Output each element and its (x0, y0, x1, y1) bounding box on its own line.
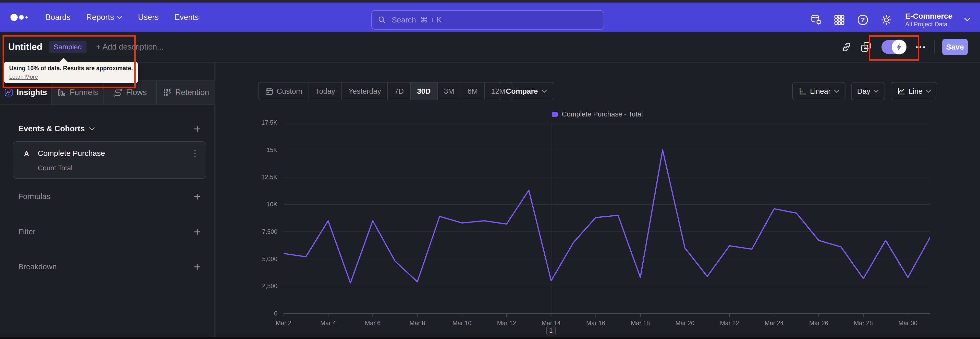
event-metric[interactable]: Count Total (38, 164, 73, 172)
legend-item-complete-purchase[interactable]: Complete Purchase - Total (552, 110, 643, 118)
insights-icon (4, 88, 13, 97)
global-search[interactable] (371, 10, 604, 30)
duplicate-icon[interactable] (860, 41, 872, 53)
sampling-tooltip: Using 10% of data. Results are approxima… (4, 62, 138, 83)
tab-label: Insights (17, 88, 47, 97)
add-description-field[interactable]: + Add description... (96, 42, 164, 51)
tab-flows[interactable]: Flows (104, 80, 157, 104)
workspace-scope: All Project Data (905, 21, 953, 28)
retention-icon (162, 88, 172, 97)
line-chart-svg (283, 123, 930, 317)
chart-type-dropdown[interactable]: Line (891, 82, 937, 101)
event-name[interactable]: Complete Purchase (38, 149, 105, 158)
more-options-button[interactable]: ••• (916, 43, 926, 51)
add-formulas-button[interactable]: + (194, 191, 200, 201)
x-tick-label: Mar 12 (486, 320, 527, 327)
chevron-down-icon (117, 16, 122, 19)
legend-swatch (552, 112, 558, 117)
tab-retention[interactable]: Retention (157, 80, 215, 104)
chevron-down-icon (542, 90, 547, 93)
data-management-icon[interactable] (810, 14, 822, 26)
titlebar-actions: ••• Save (841, 32, 968, 62)
report-type-tabs: InsightsFunnelsFlowsRetention (0, 80, 215, 105)
section-breakdown: Breakdown + (18, 261, 200, 273)
x-tick-label: Mar 28 (843, 320, 884, 327)
granularity-dropdown[interactable]: Day (851, 82, 885, 101)
settings-gear-icon[interactable] (880, 14, 892, 26)
range-label: 7D (394, 87, 404, 96)
sampling-toggle[interactable] (881, 40, 906, 54)
range-today[interactable]: Today (309, 83, 342, 100)
workspace-switcher[interactable]: E-Commerce All Project Data (905, 12, 953, 27)
compare-label: Compare (506, 87, 538, 96)
nav-item-events[interactable]: Events (175, 13, 199, 22)
x-tick-label: Mar 6 (352, 320, 393, 327)
x-tick-label: Mar 10 (442, 320, 482, 327)
range-7d[interactable]: 7D (387, 83, 410, 100)
nav-item-reports[interactable]: Reports (86, 13, 122, 22)
x-tick-label: Mar 18 (620, 320, 661, 327)
titlebar-divider (934, 40, 935, 54)
section-label: Filter (18, 227, 35, 236)
x-tick-label: Mar 16 (575, 320, 616, 327)
range-label: Today (315, 87, 335, 96)
report-titlebar: Untitled Sampled + Add description... (0, 32, 980, 62)
scale-label: Linear (810, 87, 831, 96)
tab-label: Retention (175, 88, 209, 97)
x-tick-label: Mar 22 (709, 320, 750, 327)
y-tick-label: 15K (237, 146, 277, 154)
funnels-icon (57, 88, 66, 97)
range-label: Custom (277, 87, 302, 96)
search-input[interactable] (391, 15, 591, 24)
learn-more-link[interactable]: Learn More (9, 74, 133, 80)
y-tick-label: 12.5K (237, 173, 277, 181)
save-button[interactable]: Save (942, 39, 968, 55)
svg-text:?: ? (861, 16, 865, 24)
share-link-icon[interactable] (841, 41, 853, 53)
event-kebab-menu-icon[interactable]: ⋮ (190, 148, 200, 158)
help-icon[interactable]: ? (857, 14, 869, 26)
section-label: Formulas (18, 192, 50, 201)
nav-item-users[interactable]: Users (138, 13, 159, 22)
line-chart-plot[interactable] (283, 123, 930, 317)
workspace-chevron-down-icon[interactable] (964, 17, 971, 23)
range-6m[interactable]: 6M (461, 83, 484, 100)
tab-funnels[interactable]: Funnels (52, 80, 104, 104)
chart-panel: CustomTodayYesterday7D30D3M6M12M Compare… (215, 63, 980, 337)
add-filter-button[interactable]: + (194, 227, 200, 237)
range-3m[interactable]: 3M (437, 83, 461, 100)
range-yesterday[interactable]: Yesterday (342, 83, 387, 100)
mixpanel-logo-icon[interactable] (10, 13, 30, 22)
sampling-toggle-knob (892, 40, 907, 54)
compare-button[interactable]: Compare (499, 82, 554, 101)
granularity-label: Day (857, 87, 870, 96)
range-label: 3M (444, 87, 454, 96)
nav-item-label: Events (175, 13, 199, 22)
x-tick-label: Mar 24 (754, 320, 794, 327)
events-cohorts-dropdown[interactable]: Events & Cohorts (18, 124, 95, 133)
tab-label: Flows (126, 88, 147, 97)
range-custom[interactable]: Custom (259, 83, 309, 100)
x-tick-label: Mar 20 (665, 320, 705, 327)
y-tick-label: 10K (237, 201, 277, 208)
tab-label: Funnels (70, 88, 98, 97)
tab-insights[interactable]: Insights (0, 80, 52, 104)
y-tick-label: 0 (237, 310, 277, 317)
window-top-strip (0, 0, 980, 3)
scale-dropdown[interactable]: Linear (792, 82, 845, 101)
y-tick-label: 7,500 (237, 228, 277, 235)
annotation-marker-1[interactable]: 1 (546, 326, 556, 336)
event-card-complete-purchase[interactable]: A Complete Purchase ⋮ Count Total (13, 141, 206, 179)
x-tick-label: Mar 26 (798, 320, 839, 327)
range-30d[interactable]: 30D (410, 83, 437, 100)
nav-item-boards[interactable]: Boards (45, 13, 70, 22)
nav-item-label: Reports (86, 13, 114, 22)
linear-axis-icon (798, 87, 807, 96)
add-breakdown-button[interactable]: + (194, 262, 200, 272)
apps-grid-icon[interactable] (833, 14, 845, 26)
nav-item-label: Boards (45, 13, 70, 22)
add-event-button[interactable]: + (194, 124, 200, 134)
report-title[interactable]: Untitled (8, 42, 42, 52)
sampled-badge[interactable]: Sampled (49, 41, 86, 53)
x-tick-label: Mar 4 (308, 320, 348, 327)
